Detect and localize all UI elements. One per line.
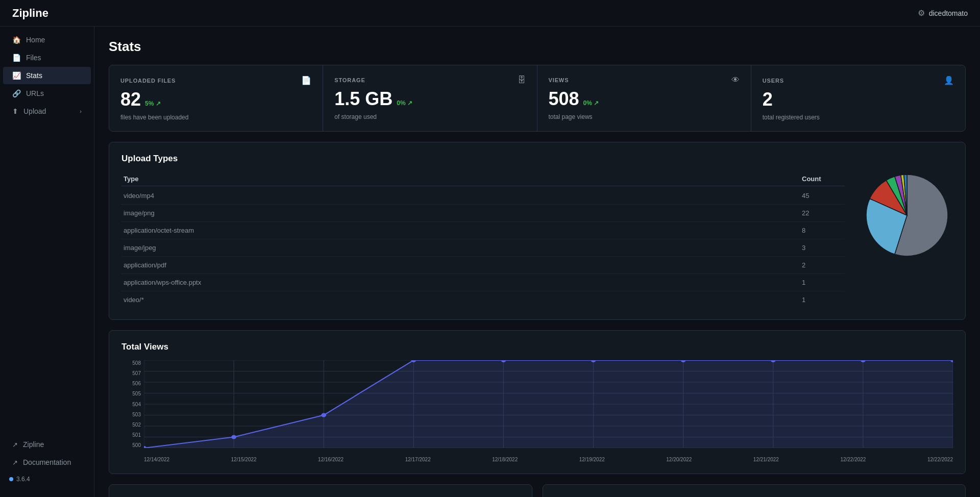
sidebar: 🏠 Home 📄 Files 📈 Stats 🔗 URLs ⬆ Upload ›… [0, 27, 94, 497]
sidebar-label-stats: Stats [26, 71, 42, 80]
chevron-right-icon: › [80, 108, 82, 114]
sidebar-label-upload: Upload [23, 107, 46, 115]
col-count: Count [802, 175, 843, 183]
x-label: 12/14/2022 [144, 457, 169, 462]
y-label: 500 [121, 442, 141, 448]
stat-cards: UPLOADED FILES 📄 82 5% ↗ files have been… [109, 65, 966, 132]
table-row: video/mp4 45 [121, 187, 845, 205]
sidebar-item-files[interactable]: 📄 Files [3, 49, 91, 66]
type-cell: image/png [124, 209, 802, 217]
col-type: Type [124, 175, 802, 183]
count-cell: 1 [802, 279, 843, 286]
stat-sub-users: total registered users [763, 114, 954, 121]
x-axis: 12/14/202212/15/202212/16/202212/17/2022… [144, 450, 953, 462]
stat-card-header-storage: STORAGE 🗄 [334, 76, 525, 85]
sidebar-item-upload[interactable]: ⬆ Upload › [3, 103, 91, 120]
table-row: application/wps-office.pptx 1 [121, 274, 845, 291]
sidebar-label-home: Home [26, 36, 45, 44]
stat-value-storage: 1.5 GB [334, 90, 393, 108]
type-cell: image/jpeg [124, 244, 802, 252]
stat-value-users: 2 [763, 90, 773, 109]
x-label: 12/15/2022 [231, 457, 257, 462]
stat-label-views: VIEWS [549, 77, 569, 83]
y-label: 504 [121, 402, 141, 407]
sidebar-label-urls: URLs [26, 89, 44, 97]
stat-badge-uploaded_files: 5% ↗ [145, 100, 161, 107]
x-label: 12/17/2022 [405, 457, 431, 462]
y-axis: 508 507 506 505 504 503 502 501 500 [121, 360, 141, 448]
x-label: 12/20/2022 [666, 457, 692, 462]
count-cell: 2 [802, 261, 843, 269]
x-label: 12/18/2022 [492, 457, 518, 462]
app-logo: Zipline [12, 7, 48, 20]
count-cell: 3 [802, 244, 843, 252]
count-cell: 22 [802, 209, 843, 217]
stat-card-header-uploaded_files: UPLOADED FILES 📄 [120, 76, 311, 85]
table-row: application/pdf 2 [121, 257, 845, 274]
y-label: 501 [121, 432, 141, 438]
urls-icon: 🔗 [12, 89, 21, 97]
count-cell: 1 [802, 296, 843, 304]
y-label: 505 [121, 391, 141, 396]
stat-label-storage: STORAGE [334, 77, 365, 83]
table-row: application/octet-stream 8 [121, 222, 845, 239]
stat-badge-views: 0% ↗ [583, 100, 599, 107]
x-label: 12/16/2022 [318, 457, 344, 462]
y-label: 502 [121, 422, 141, 428]
upload-types-table: Type Count video/mp4 45image/png 22appli… [121, 172, 845, 308]
chart-dot [321, 413, 326, 417]
stat-card-header-views: VIEWS 👁 [549, 76, 740, 85]
stat-sub-uploaded_files: files have been uploaded [120, 114, 311, 121]
table-row: image/jpeg 3 [121, 239, 845, 257]
y-label: 506 [121, 381, 141, 386]
files-icon: 📄 [12, 54, 21, 62]
topbar: Zipline ⚙ dicedtomato [0, 0, 980, 27]
home-icon: 🏠 [12, 36, 21, 44]
stat-icon-views: 👁 [731, 76, 740, 85]
chart-dot [144, 446, 146, 448]
sidebar-item-zipline[interactable]: ↗ Zipline [3, 436, 91, 453]
type-cell: application/pdf [124, 261, 802, 269]
count-cell: 8 [802, 227, 843, 234]
page-title: Stats [109, 39, 966, 55]
stat-card-views: VIEWS 👁 508 0% ↗ total page views [537, 65, 751, 131]
upload-types-section: Upload Types Type Count video/mp4 45imag… [109, 142, 966, 320]
table-row: image/png 22 [121, 205, 845, 222]
stat-icon-storage: 🗄 [518, 76, 526, 85]
y-label: 503 [121, 412, 141, 417]
y-label: 508 [121, 360, 141, 366]
stat-value-row-users: 2 [763, 90, 954, 111]
sidebar-label-files: Files [26, 54, 41, 62]
sidebar-item-home[interactable]: 🏠 Home [3, 31, 91, 48]
version-dot [9, 477, 13, 481]
type-cell: application/wps-office.pptx [124, 279, 802, 286]
user-menu[interactable]: ⚙ dicedtomato [918, 8, 968, 18]
stat-icon-users: 👤 [944, 76, 954, 85]
external-link-icon-2: ↗ [12, 459, 18, 466]
table-row: video/* 1 [121, 291, 845, 308]
sidebar-bottom: ↗ Zipline ↗ Documentation 3.6.4 [0, 435, 94, 493]
y-label: 507 [121, 370, 141, 376]
chart-area [144, 360, 953, 448]
stat-card-uploaded_files: UPLOADED FILES 📄 82 5% ↗ files have been… [109, 65, 323, 131]
stat-card-header-users: USERS 👤 [763, 76, 954, 85]
x-label: 12/22/2022 [840, 457, 866, 462]
sidebar-item-stats[interactable]: 📈 Stats [3, 67, 91, 84]
upload-types-container: Type Count video/mp4 45image/png 22appli… [121, 172, 953, 308]
stat-value-views: 508 [549, 90, 579, 108]
stat-sub-views: total page views [549, 113, 740, 120]
stat-card-users: USERS 👤 2 total registered users [751, 65, 965, 131]
pie-chart [861, 172, 953, 259]
external-link-icon: ↗ [12, 441, 18, 449]
stat-icon-uploaded_files: 📄 [301, 76, 311, 85]
stat-card-storage: STORAGE 🗄 1.5 GB 0% ↗ of storage used [323, 65, 537, 131]
x-label: 12/22/2022 [927, 457, 953, 462]
stat-value-row-storage: 1.5 GB 0% ↗ [334, 90, 525, 110]
upload-icon: ⬆ [12, 107, 18, 115]
stat-value-uploaded_files: 82 [120, 90, 141, 109]
gear-icon: ⚙ [918, 8, 925, 18]
sidebar-item-urls[interactable]: 🔗 URLs [3, 85, 91, 102]
count-cell: 45 [802, 192, 843, 200]
stat-label-users: USERS [763, 78, 784, 84]
sidebar-item-documentation[interactable]: ↗ Documentation [3, 454, 91, 471]
